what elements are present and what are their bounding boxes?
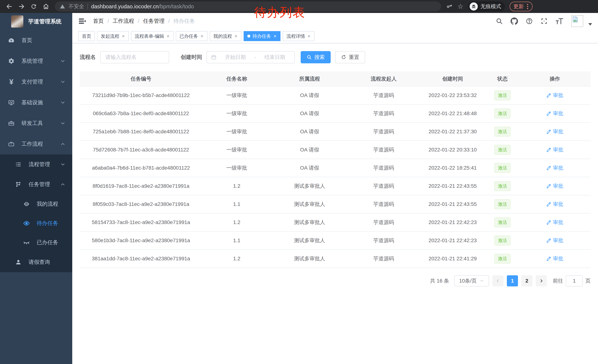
- browser-update-button[interactable]: 更新: [510, 2, 533, 11]
- password-key-icon[interactable]: [446, 3, 453, 10]
- initiator-cell: 芋道源码: [348, 141, 419, 159]
- chevron-up-icon: [60, 182, 66, 187]
- approve-link[interactable]: 审批: [546, 164, 563, 171]
- header-search-icon[interactable]: [496, 18, 503, 25]
- task-name-cell: 1.2: [202, 250, 271, 268]
- status-cell: 激活: [486, 86, 519, 105]
- table-row: 580e1b3d-7ac8-11ec-a9e2-a2380e71991a1.1测…: [80, 231, 590, 250]
- avatar-dropdown-caret-icon[interactable]: [588, 23, 592, 25]
- page-button-1[interactable]: 1: [507, 275, 518, 286]
- pagination: 共 16 条 10条/页 1 2 前往 页: [80, 275, 590, 294]
- sidebar-item-leave-query[interactable]: 请假查询: [0, 252, 72, 272]
- url-host: dashboard.yudao.iocoder.cn: [91, 4, 158, 9]
- tab-close-icon[interactable]: ×: [273, 33, 277, 39]
- approve-link[interactable]: 审批: [546, 237, 563, 244]
- page-button-2[interactable]: 2: [521, 275, 532, 286]
- sidebar-item-done-tasks[interactable]: 已办任务: [0, 233, 72, 252]
- security-label[interactable]: 不安全: [68, 3, 84, 10]
- sidebar-item-label: 基础设施: [22, 99, 43, 106]
- sidebar-item-my-process[interactable]: 我的流程: [0, 194, 72, 214]
- tab-6[interactable]: 流程详情×: [283, 31, 314, 41]
- user-avatar[interactable]: [571, 15, 583, 27]
- browser-back-icon[interactable]: [4, 1, 15, 12]
- browser-home-icon[interactable]: [41, 1, 51, 12]
- tab-5[interactable]: 待办任务×: [244, 31, 281, 41]
- task-name-cell: 一级审批: [202, 159, 271, 177]
- approve-link[interactable]: 审批: [546, 255, 563, 262]
- gear-icon: [8, 57, 15, 65]
- tab-0[interactable]: 首页: [78, 31, 95, 41]
- jump-page-input[interactable]: [566, 275, 583, 286]
- tab-close-icon[interactable]: ×: [307, 33, 311, 39]
- next-page-button[interactable]: [536, 275, 547, 286]
- font-size-icon[interactable]: [555, 17, 564, 25]
- status-badge: 激活: [494, 254, 511, 263]
- table-row: 73211d9d-7b9b-11ec-b5b7-acde48001122一级审批…: [80, 86, 590, 105]
- app-title: 芋道管理系统: [28, 18, 61, 25]
- table-row: 58154733-7ac8-11ec-a9e2-a2380e71991a1.2测…: [80, 213, 590, 231]
- approve-link[interactable]: 审批: [546, 146, 563, 153]
- sidebar-item-infrastructure[interactable]: 基础设施: [0, 92, 72, 113]
- start-date-placeholder[interactable]: 开始日期: [220, 54, 251, 61]
- tab-3[interactable]: 已办任务×: [176, 31, 208, 41]
- action-cell: 审批: [519, 250, 590, 268]
- approve-link[interactable]: 审批: [546, 110, 563, 117]
- tab-close-icon[interactable]: ×: [234, 33, 238, 39]
- incognito-label: 无痕模式: [480, 3, 501, 10]
- prev-page-button[interactable]: [492, 275, 504, 286]
- approve-link[interactable]: 审批: [546, 183, 563, 190]
- tab-1[interactable]: 发起流程×: [97, 31, 129, 41]
- date-range-picker[interactable]: 开始日期 - 结束日期: [207, 51, 295, 63]
- fullscreen-icon[interactable]: [540, 18, 548, 25]
- sidebar-item-label: 我的流程: [37, 200, 58, 208]
- tab-close-icon[interactable]: ×: [166, 33, 170, 39]
- url-text[interactable]: dashboard.yudao.iocoder.cn/bpm/task/todo: [91, 4, 194, 10]
- tab-label: 流程详情: [286, 33, 305, 39]
- range-separator: -: [254, 54, 256, 60]
- end-date-placeholder[interactable]: 结束日期: [259, 54, 290, 61]
- tab-4[interactable]: 我的流程×: [210, 31, 241, 41]
- approve-link[interactable]: 审批: [546, 219, 563, 226]
- sidebar-item-task-management[interactable]: 任务管理: [0, 174, 72, 194]
- sidebar-item-todo-tasks[interactable]: 待办任务: [0, 214, 72, 233]
- sidebar-item-workflow[interactable]: 工作流程: [0, 134, 72, 154]
- sidebar-item-dev-tools[interactable]: 研发工具: [0, 113, 72, 134]
- sidebar-item-system[interactable]: 系统管理: [0, 51, 72, 72]
- tab-close-icon[interactable]: ×: [122, 33, 125, 39]
- status-cell: 激活: [486, 231, 519, 250]
- sidebar-item-home[interactable]: 首页: [0, 30, 72, 51]
- sidebar-logo[interactable]: 芋道管理系统: [0, 13, 72, 30]
- github-icon[interactable]: [511, 17, 518, 25]
- browser-reload-icon[interactable]: [29, 1, 39, 12]
- tab-2[interactable]: 流程表单-编辑×: [131, 31, 174, 41]
- edit-pen-icon: [546, 129, 551, 134]
- tab-close-icon[interactable]: ×: [200, 33, 204, 39]
- breadcrumb-home[interactable]: 首页: [93, 17, 104, 25]
- breadcrumb-workflow[interactable]: 工作流程: [113, 17, 134, 25]
- navbar-tools: [496, 15, 592, 27]
- reset-button[interactable]: 重置: [335, 51, 365, 63]
- update-label: 更新: [513, 3, 524, 10]
- address-bar[interactable]: 不安全 dashboard.yudao.iocoder.cn/bpm/task/…: [55, 1, 441, 11]
- edit-pen-icon: [546, 220, 551, 225]
- breadcrumb-task-management[interactable]: 任务管理: [143, 17, 165, 25]
- help-icon[interactable]: [526, 18, 533, 25]
- bookmark-star-icon[interactable]: ☆: [457, 3, 463, 10]
- approve-link[interactable]: 审批: [546, 92, 563, 99]
- approve-link[interactable]: 审批: [546, 128, 563, 135]
- sidebar-item-process-management[interactable]: 流程管理: [0, 154, 72, 174]
- tags-view: 首页发起流程×流程表单-编辑×已办任务×我的流程×待办任务×流程详情×: [72, 29, 598, 43]
- search-button[interactable]: 搜索: [301, 51, 331, 63]
- browser-menu-kebab-icon[interactable]: [526, 4, 529, 9]
- table-row: 725a1eb6-7b88-11ec-8ef0-acde48001122一级审批…: [80, 122, 590, 141]
- browser-forward-icon[interactable]: [16, 1, 27, 12]
- task-id-cell: 58154733-7ac8-11ec-a9e2-a2380e71991a: [80, 213, 202, 231]
- status-cell: 激活: [486, 105, 519, 122]
- approve-link[interactable]: 审批: [546, 201, 563, 208]
- sidebar-item-payment[interactable]: ¥ 支付管理: [0, 72, 72, 92]
- page-size-select[interactable]: 10条/页: [454, 275, 489, 286]
- sidebar-collapse-icon[interactable]: [78, 17, 86, 25]
- process-name-input[interactable]: [100, 51, 169, 63]
- not-secure-warning-icon[interactable]: [60, 4, 65, 9]
- edit-pen-icon: [546, 238, 551, 243]
